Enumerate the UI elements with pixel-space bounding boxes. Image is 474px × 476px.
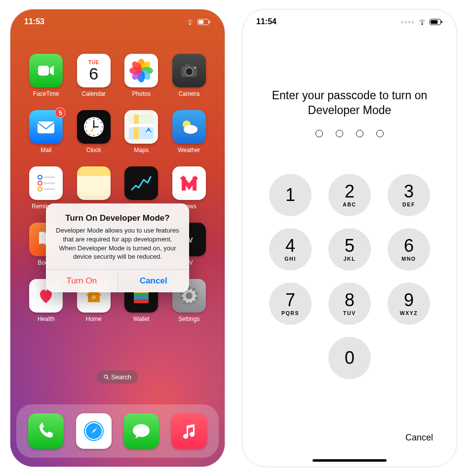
key-6[interactable]: 6MNO [388, 228, 430, 271]
key-letters: WXYZ [400, 310, 418, 316]
status-time: 11:54 [256, 17, 276, 26]
passcode-dot [316, 130, 323, 137]
alert-dialog: Turn On Developer Mode? Developer Mode a… [46, 203, 189, 292]
key-letters: ABC [343, 201, 356, 207]
alert-body: Turn On Developer Mode? Developer Mode a… [46, 203, 189, 269]
key-1[interactable]: 1 [269, 174, 312, 216]
key-7[interactable]: 7PQRS [269, 282, 312, 325]
key-digit: 7 [285, 291, 295, 309]
passcode-cancel-button[interactable]: Cancel [405, 433, 433, 443]
alert-turn-on-button[interactable]: Turn On [46, 270, 118, 292]
key-8[interactable]: 8TUV [328, 282, 371, 325]
key-digit: 6 [404, 237, 414, 255]
phone-passcode-screen: 11:54 ●●●● Enter your passcode to turn o… [242, 9, 457, 467]
passcode-screen: Enter your passcode to turn on Developer… [242, 9, 457, 467]
key-4[interactable]: 4GHI [269, 228, 312, 271]
key-9[interactable]: 9WXYZ [388, 282, 430, 325]
svg-rect-72 [431, 20, 437, 24]
key-digit: 4 [285, 237, 295, 255]
alert-backdrop: Turn On Developer Mode? Developer Mode a… [10, 9, 225, 467]
key-digit: 9 [404, 291, 414, 309]
passcode-dot [336, 130, 343, 137]
passcode-dot [376, 130, 384, 137]
alert-buttons: Turn On Cancel [46, 269, 189, 292]
cellular-dots-icon: ●●●● [401, 19, 415, 25]
key-3[interactable]: 3DEF [388, 174, 430, 216]
key-digit: 2 [345, 183, 355, 200]
key-letters: GHI [284, 256, 296, 262]
wifi-icon [418, 19, 427, 25]
key-digit: 3 [404, 183, 414, 200]
home-indicator[interactable] [313, 459, 387, 462]
keypad: 12ABC3DEF4GHI5JKL6MNO7PQRS8TUV9WXYZ0 [269, 174, 430, 379]
key-5[interactable]: 5JKL [328, 228, 371, 271]
passcode-dot [356, 130, 363, 137]
key-letters: MNO [401, 256, 416, 262]
status-icons: ●●●● [401, 19, 443, 25]
battery-icon [430, 19, 443, 25]
key-digit: 0 [345, 349, 355, 367]
phone-home-screen: 11:53 FaceTimeTUE6CalendarPhotosCamera5M… [10, 9, 225, 467]
key-letters: DEF [402, 201, 415, 207]
key-digit: 1 [285, 186, 295, 204]
key-2[interactable]: 2ABC [328, 174, 371, 216]
key-letters: PQRS [281, 310, 299, 316]
alert-title: Turn On Developer Mode? [55, 213, 180, 223]
svg-rect-73 [441, 21, 442, 23]
alert-cancel-button[interactable]: Cancel [118, 270, 190, 292]
passcode-dots [316, 130, 384, 137]
status-bar: 11:54 ●●●● [242, 9, 457, 34]
key-digit: 8 [345, 291, 355, 309]
key-letters: JKL [344, 256, 356, 262]
key-digit: 5 [345, 237, 355, 255]
key-letters: TUV [343, 310, 356, 316]
alert-message: Developer Mode allows you to use feature… [55, 226, 180, 261]
key-0[interactable]: 0 [328, 337, 371, 379]
passcode-title: Enter your passcode to turn on Developer… [242, 88, 457, 118]
